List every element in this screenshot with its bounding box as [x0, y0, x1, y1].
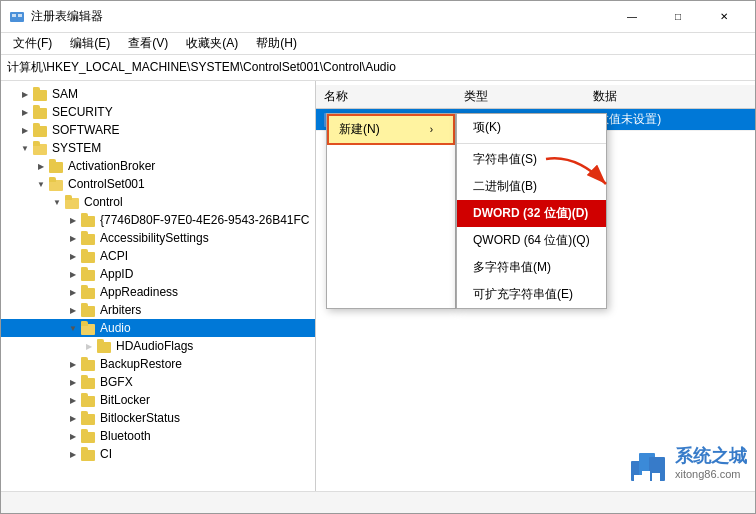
window-title: 注册表编辑器 — [31, 8, 609, 25]
submenu-item-multistring[interactable]: 多字符串值(M) — [457, 254, 606, 281]
tree-item-ci[interactable]: ▶ CI — [1, 445, 315, 463]
watermark-text-group: 系统之城 xitong86.com — [675, 446, 747, 480]
expand-icon: ▶ — [65, 248, 81, 264]
address-text: 计算机\HKEY_LOCAL_MACHINE\SYSTEM\ControlSet… — [7, 59, 396, 76]
folder-icon — [33, 105, 49, 119]
expand-icon: ▶ — [65, 356, 81, 372]
tree-label: ACPI — [100, 249, 128, 263]
folder-icon — [97, 339, 113, 353]
tree-label: AccessibilitySettings — [100, 231, 209, 245]
tree-label: ActivationBroker — [68, 159, 155, 173]
watermark: 系统之城 xitong86.com — [629, 443, 747, 483]
tree-item-bluetooth[interactable]: ▶ Bluetooth — [1, 427, 315, 445]
folder-icon — [33, 123, 49, 137]
separator — [457, 143, 606, 144]
expand-icon: ▶ — [65, 212, 81, 228]
tree-label: Control — [84, 195, 123, 209]
menu-help[interactable]: 帮助(H) — [248, 33, 305, 54]
maximize-button[interactable]: □ — [655, 1, 701, 33]
tree-item-activationbroker[interactable]: ▶ ActivationBroker — [1, 157, 315, 175]
expand-icon: ▶ — [17, 86, 33, 102]
tree-item-backuprestore[interactable]: ▶ BackupRestore — [1, 355, 315, 373]
context-menu-new[interactable]: 新建(N) › — [327, 114, 455, 145]
tree-label: BitlockerStatus — [100, 411, 180, 425]
submenu-item-qword[interactable]: QWORD (64 位值)(Q) — [457, 227, 606, 254]
expand-icon: ▶ — [65, 266, 81, 282]
tree-item-audio[interactable]: ▼ Audio — [1, 319, 315, 337]
tree-label: ControlSet001 — [68, 177, 145, 191]
submenu-item-string[interactable]: 字符串值(S) — [457, 146, 606, 173]
context-menu-wrapper: 新建(N) › 项(K) 字符串值(S) 二进制值(B) — [326, 113, 607, 309]
tree-label: BitLocker — [100, 393, 150, 407]
submenu-label: 二进制值(B) — [473, 179, 537, 193]
tree-label: SOFTWARE — [52, 123, 120, 137]
folder-icon — [49, 159, 65, 173]
tree-label: HDAudioFlags — [116, 339, 193, 353]
tree-item-system[interactable]: ▼ SYSTEM — [1, 139, 315, 157]
tree-label: SYSTEM — [52, 141, 101, 155]
folder-icon — [81, 393, 97, 407]
folder-icon — [81, 213, 97, 227]
folder-icon — [49, 177, 65, 191]
tree-item-controlset001[interactable]: ▼ ControlSet001 — [1, 175, 315, 193]
menu-favorites[interactable]: 收藏夹(A) — [178, 33, 246, 54]
tree-label: BGFX — [100, 375, 133, 389]
expand-icon: ▼ — [49, 194, 65, 210]
expand-icon: ▶ — [65, 302, 81, 318]
submenu-item-dword[interactable]: DWORD (32 位值)(D) — [457, 200, 606, 227]
tree-label: {7746D80F-97E0-4E26-9543-26B41FC — [100, 213, 309, 227]
tree-item-accessibility[interactable]: ▶ AccessibilitySettings — [1, 229, 315, 247]
tree-item-sam[interactable]: ▶ SAM — [1, 85, 315, 103]
tree-item-appreadiness[interactable]: ▶ AppReadiness — [1, 283, 315, 301]
watermark-subtitle: xitong86.com — [675, 468, 747, 480]
tree-item-bitlockerstatus[interactable]: ▶ BitlockerStatus — [1, 409, 315, 427]
tree-item-software[interactable]: ▶ SOFTWARE — [1, 121, 315, 139]
folder-icon — [81, 285, 97, 299]
watermark-icon — [629, 443, 669, 483]
tree-item-arbiters[interactable]: ▶ Arbiters — [1, 301, 315, 319]
submenu-label: 多字符串值(M) — [473, 260, 551, 274]
expand-icon: ▶ — [65, 410, 81, 426]
folder-icon — [81, 429, 97, 443]
status-bar — [1, 491, 755, 513]
right-panel: 名称 类型 数据 ab (默认) REG_SZ (数值未设置) — [316, 81, 755, 491]
expand-icon: ▶ — [65, 428, 81, 444]
tree-item-security[interactable]: ▶ SECURITY — [1, 103, 315, 121]
close-button[interactable]: ✕ — [701, 1, 747, 33]
tree-item-bgfx[interactable]: ▶ BGFX — [1, 373, 315, 391]
col-name: 名称 — [316, 85, 456, 109]
minimize-button[interactable]: — — [609, 1, 655, 33]
tree-item-appid[interactable]: ▶ AppID — [1, 265, 315, 283]
watermark-title: 系统之城 — [675, 446, 747, 468]
submenu-item-binary[interactable]: 二进制值(B) — [457, 173, 606, 200]
expand-icon: ▶ — [65, 284, 81, 300]
folder-icon — [81, 411, 97, 425]
tree-label: SECURITY — [52, 105, 113, 119]
tree-item-acpi[interactable]: ▶ ACPI — [1, 247, 315, 265]
expand-icon: ▶ — [65, 374, 81, 390]
col-data: 数据 — [585, 85, 755, 109]
tree-item-hdaudioflags[interactable]: ▶ HDAudioFlags — [1, 337, 315, 355]
tree-item-control[interactable]: ▼ Control — [1, 193, 315, 211]
expand-icon: ▶ — [65, 446, 81, 462]
tree-item-bitlocker[interactable]: ▶ BitLocker — [1, 391, 315, 409]
menu-view[interactable]: 查看(V) — [120, 33, 176, 54]
svg-rect-1 — [12, 14, 16, 17]
expand-icon: ▶ — [65, 230, 81, 246]
tree-label: Arbiters — [100, 303, 141, 317]
tree-item-guid[interactable]: ▶ {7746D80F-97E0-4E26-9543-26B41FC — [1, 211, 315, 229]
submenu-item-key[interactable]: 项(K) — [457, 114, 606, 141]
folder-icon — [81, 267, 97, 281]
tree-panel: ▶ SAM ▶ SECURITY ▶ SOFTWARE ▼ — [1, 81, 316, 491]
folder-icon — [81, 231, 97, 245]
submenu-arrow: › — [430, 124, 433, 135]
expand-icon: ▶ — [17, 122, 33, 138]
window-controls: — □ ✕ — [609, 1, 747, 33]
expand-icon: ▶ — [81, 338, 97, 354]
svg-rect-8 — [642, 471, 650, 481]
expand-icon: ▼ — [33, 176, 49, 192]
submenu-item-expandstring[interactable]: 可扩充字符串值(E) — [457, 281, 606, 308]
title-bar: 注册表编辑器 — □ ✕ — [1, 1, 755, 33]
menu-edit[interactable]: 编辑(E) — [62, 33, 118, 54]
menu-file[interactable]: 文件(F) — [5, 33, 60, 54]
